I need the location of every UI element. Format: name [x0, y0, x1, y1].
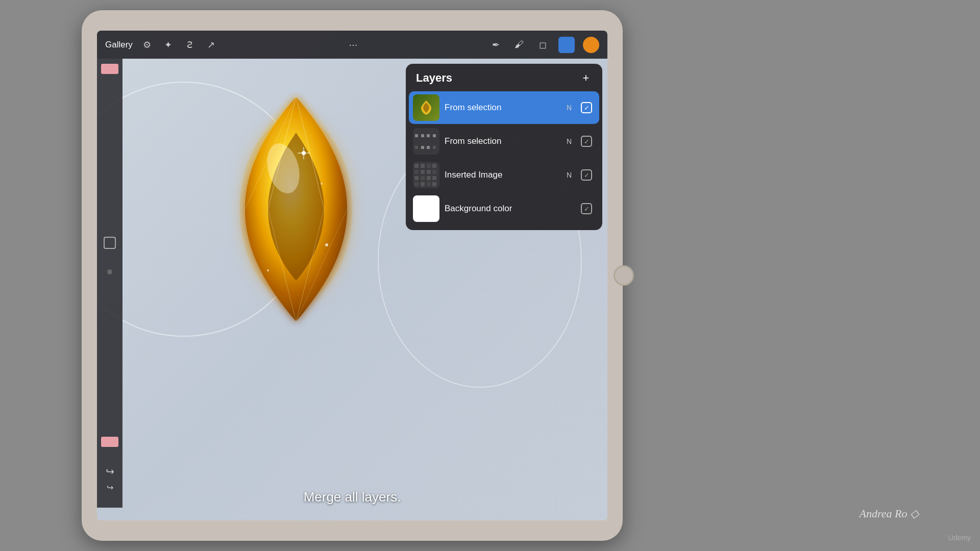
- layer-thumbnail-inserted-image: [413, 162, 439, 188]
- layers-title: Layers: [416, 71, 452, 85]
- sidebar-dot: [107, 269, 112, 274]
- layer-row-background-color[interactable]: Background color: [409, 192, 599, 225]
- toolbar: Gallery ⚙ ✦ Ƨ ↗ ··· ✒ 🖌 ◻: [97, 31, 607, 59]
- layer-checkbox-background-color[interactable]: [581, 203, 592, 214]
- toolbar-left: Gallery ⚙ ✦ Ƨ ↗: [105, 38, 218, 52]
- layers-button[interactable]: [558, 37, 575, 53]
- layer-thumbnail-from-selection-active: [413, 94, 439, 121]
- udemy-badge: Udemy: [948, 534, 971, 542]
- signature: Andrea Ro ◇: [860, 507, 919, 520]
- pen-icon[interactable]: ✒: [488, 37, 503, 53]
- layer-thumbnail-from-selection-2: [413, 128, 439, 155]
- caption-text: Merge all layers.: [304, 489, 401, 505]
- transform-icon[interactable]: ↗: [204, 38, 218, 52]
- layer-checkbox-from-selection-active[interactable]: [581, 102, 592, 113]
- selection-icon[interactable]: Ƨ: [183, 38, 197, 52]
- color-picker-button[interactable]: [583, 37, 599, 53]
- layer-mode-inserted-image: N: [567, 171, 572, 179]
- layer-mode-from-selection-active: N: [567, 104, 572, 112]
- wrench-icon[interactable]: ⚙: [140, 38, 154, 52]
- caption-bar: Merge all layers.: [97, 489, 607, 505]
- svg-point-13: [321, 183, 323, 185]
- layer-row-from-selection-active[interactable]: From selection N: [409, 91, 599, 124]
- layers-panel: Layers + From selection N: [406, 64, 602, 230]
- layer-name-background-color: Background color: [445, 204, 567, 214]
- layer-row-inserted-image[interactable]: Inserted Image N: [409, 159, 599, 191]
- layer-thumbnail-background-color: [413, 195, 439, 222]
- layer-row-from-selection-2[interactable]: From selection N: [409, 125, 599, 158]
- undo-button[interactable]: ↩: [106, 465, 114, 478]
- toolbar-center: ···: [218, 39, 488, 51]
- svg-point-11: [325, 243, 328, 246]
- sidebar-color-top[interactable]: [101, 64, 118, 74]
- layer-checkbox-inserted-image[interactable]: [581, 169, 592, 181]
- gem-artwork: [225, 92, 368, 327]
- sidebar-color-bottom[interactable]: [101, 437, 118, 447]
- brush-icon[interactable]: 🖌: [511, 37, 527, 53]
- layer-name-inserted-image: Inserted Image: [445, 170, 561, 180]
- layers-bottom-pad: [406, 226, 602, 230]
- layers-header: Layers +: [406, 64, 602, 90]
- layer-checkbox-from-selection-2[interactable]: [581, 136, 592, 147]
- gallery-button[interactable]: Gallery: [105, 40, 133, 50]
- ipad-screen: Gallery ⚙ ✦ Ƨ ↗ ··· ✒ 🖌 ◻: [97, 31, 607, 520]
- layer-mode-from-selection-2: N: [567, 137, 572, 145]
- home-button[interactable]: [614, 265, 634, 286]
- magic-wand-icon[interactable]: ✦: [161, 38, 176, 52]
- more-options-button[interactable]: ···: [349, 39, 358, 51]
- sidebar-selection-tool[interactable]: [104, 237, 116, 249]
- layer-name-from-selection-active: From selection: [445, 103, 561, 113]
- svg-point-12: [267, 269, 269, 271]
- toolbar-right: ✒ 🖌 ◻: [488, 37, 599, 53]
- left-sidebar: ↩ ↪: [97, 59, 122, 508]
- add-layer-button[interactable]: +: [579, 71, 593, 85]
- tablet-frame: Gallery ⚙ ✦ Ƨ ↗ ··· ✒ 🖌 ◻: [82, 10, 623, 541]
- eraser-icon[interactable]: ◻: [535, 37, 550, 53]
- layer-name-from-selection-2: From selection: [445, 136, 561, 146]
